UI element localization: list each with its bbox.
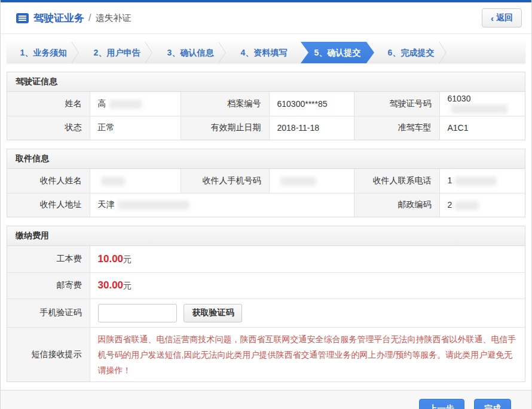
redacted-area <box>455 201 479 210</box>
sms-code-input[interactable] <box>98 304 177 322</box>
step-tab-2[interactable]: 2、用户申告 <box>80 42 154 63</box>
breadcrumb-current: 遗失补证 <box>95 13 131 24</box>
expiry-date-value: 2018-11-18 <box>269 116 354 140</box>
step-tab-5-active[interactable]: 5、确认提交 <box>301 42 374 63</box>
postal-code-value: 2 <box>439 193 525 217</box>
redacted-area <box>101 177 125 186</box>
license-number-value: 61030 <box>439 92 525 116</box>
file-number-label: 档案编号 <box>181 92 269 116</box>
redacted-area <box>455 177 497 186</box>
status-value: 正常 <box>90 116 181 140</box>
step-tab-1[interactable]: 1、业务须知 <box>7 42 80 63</box>
recipient-name-label: 收件人姓名 <box>7 169 90 193</box>
postage-fee-label: 邮寄费 <box>7 272 90 299</box>
step-bar-filler <box>448 42 525 63</box>
name-value: 高 <box>90 92 181 116</box>
file-number-value: 610300****85 <box>269 92 354 116</box>
fees-table: 工本费 10.00元 邮寄费 30.00元 手机验证码 获取验证码 短信接收提示… <box>7 246 525 382</box>
page: 驾驶证业务 / 遗失补证 ‹ 返回 1、业务须知 2、用户申告 3、确认信息 4… <box>0 0 532 409</box>
sms-notice-cell: 因陕西省联通、电信运营商技术问题，陕西省互联网交通安全综合服务管理平台无法向持陕… <box>90 327 525 382</box>
sms-code-label: 手机验证码 <box>7 299 90 327</box>
sms-code-cell: 获取验证码 <box>90 299 525 327</box>
recipient-address-value: 天津 <box>90 193 354 217</box>
table-row: 收件人地址 天津 邮政编码 2 <box>7 193 525 217</box>
get-code-button[interactable]: 获取验证码 <box>184 304 242 322</box>
recipient-mobile-label: 收件人手机号码 <box>181 169 269 193</box>
fees-section: 缴纳费用 工本费 10.00元 邮寄费 30.00元 手机验证码 获取验证码 短… <box>7 226 525 382</box>
table-row: 邮寄费 30.00元 <box>7 272 525 299</box>
recipient-name-value <box>90 169 181 193</box>
back-button-label: 返回 <box>496 13 513 23</box>
redacted-area <box>118 201 189 210</box>
step-tab-3[interactable]: 3、确认信息 <box>154 42 227 63</box>
license-section-title: 驾驶证信息 <box>7 72 525 92</box>
redacted-area <box>451 104 507 113</box>
page-header: 驾驶证业务 / 遗失补证 ‹ 返回 <box>1 2 531 34</box>
recipient-phone-value: 1 <box>439 169 525 193</box>
footer-bar: 上一步 完成 <box>1 390 531 409</box>
redacted-area <box>280 177 316 186</box>
recipient-mobile-value <box>269 169 354 193</box>
vehicle-class-label: 准驾车型 <box>354 116 439 140</box>
chevron-left-icon: ‹ <box>491 14 494 23</box>
previous-step-button[interactable]: 上一步 <box>419 399 464 409</box>
table-row: 工本费 10.00元 <box>7 246 525 272</box>
fees-section-title: 缴纳费用 <box>7 226 525 246</box>
sms-notice-text: 因陕西省联通、电信运营商技术问题，陕西省互联网交通安全综合服务管理平台无法向持陕… <box>98 328 518 382</box>
table-row: 手机验证码 获取验证码 <box>7 299 525 327</box>
postal-code-label: 邮政编码 <box>354 193 439 217</box>
redacted-area <box>109 100 142 109</box>
back-button[interactable]: ‹ 返回 <box>482 8 522 27</box>
production-fee-label: 工本费 <box>7 246 90 272</box>
recipient-address-label: 收件人地址 <box>7 193 90 217</box>
sms-notice-label: 短信接收提示 <box>7 327 90 382</box>
license-info-section: 驾驶证信息 姓名 高 档案编号 610300****85 驾驶证号码 61030… <box>7 72 525 140</box>
name-label: 姓名 <box>7 92 90 116</box>
postage-fee-value: 30.00元 <box>90 272 525 299</box>
table-row: 姓名 高 档案编号 610300****85 驾驶证号码 61030 <box>7 92 525 116</box>
license-number-label: 驾驶证号码 <box>354 92 439 116</box>
breadcrumb-separator: / <box>88 13 91 23</box>
pickup-info-table: 收件人姓名 收件人手机号码 收件人联系电话 1 收件人地址 天津 邮政编码 2 <box>7 169 525 217</box>
production-fee-value: 10.00元 <box>90 246 525 272</box>
recipient-phone-label: 收件人联系电话 <box>354 169 439 193</box>
table-row: 短信接收提示 因陕西省联通、电信运营商技术问题，陕西省互联网交通安全综合服务管理… <box>7 327 525 382</box>
table-row: 状态 正常 有效期止日期 2018-11-18 准驾车型 A1C1 <box>7 116 525 140</box>
page-title: 驾驶证业务 <box>33 11 84 25</box>
finish-button[interactable]: 完成 <box>474 399 511 409</box>
pickup-info-section: 取件信息 收件人姓名 收件人手机号码 收件人联系电话 1 收件人地址 天津 邮政… <box>7 149 525 217</box>
expiry-date-label: 有效期止日期 <box>181 116 269 140</box>
step-tab-4[interactable]: 4、资料填写 <box>227 42 301 63</box>
step-tab-6[interactable]: 6、完成提交 <box>374 42 448 63</box>
license-info-table: 姓名 高 档案编号 610300****85 驾驶证号码 61030 状态 正常… <box>7 92 525 140</box>
list-icon <box>16 13 29 23</box>
table-row: 收件人姓名 收件人手机号码 收件人联系电话 1 <box>7 169 525 193</box>
pickup-section-title: 取件信息 <box>7 149 525 169</box>
vehicle-class-value: A1C1 <box>439 116 525 140</box>
step-progress-bar: 1、业务须知 2、用户申告 3、确认信息 4、资料填写 5、确认提交 6、完成提… <box>7 42 525 63</box>
status-label: 状态 <box>7 116 90 140</box>
